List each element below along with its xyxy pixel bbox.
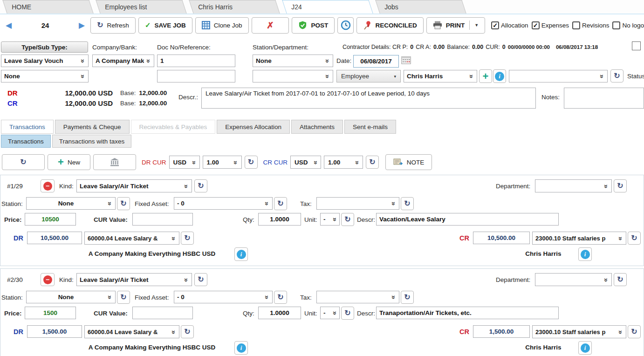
cur-value-input[interactable] (132, 213, 193, 226)
dr-cur-refresh-button[interactable]: ↻ (245, 156, 258, 169)
clone-job-button[interactable]: Clone Job (195, 17, 249, 34)
qty-input[interactable] (258, 307, 301, 319)
tax-select[interactable]: » (316, 197, 399, 210)
kind-select[interactable]: Leave Salary/Air Ticket » (76, 273, 192, 286)
tab-receivables-payables[interactable]: Recievables & Payables (131, 120, 216, 134)
cr-account-refresh-button[interactable]: ↻ (628, 325, 641, 338)
dr-amount-input[interactable] (27, 232, 82, 244)
chevron-down-icon[interactable]: » (597, 70, 607, 82)
tab-chris-harris[interactable]: Chris Harris (189, 0, 280, 14)
subtab-transactions[interactable]: Transactions (1, 135, 51, 148)
cur-value-input[interactable] (132, 307, 193, 319)
cr-account-select[interactable]: 23000.10 Staff salaries p » (532, 325, 626, 338)
chevron-down-icon[interactable]: » (190, 156, 199, 168)
chevron-down-icon[interactable]: » (78, 55, 88, 67)
chevron-down-icon[interactable]: » (262, 291, 272, 303)
department-select[interactable]: » (253, 70, 333, 82)
print-dropdown-icon[interactable]: ▼ (474, 23, 479, 27)
doc-no-input[interactable] (157, 55, 235, 67)
save-job-button[interactable]: ✓ SAVE JOB (138, 17, 192, 34)
company-select[interactable]: A Company Making » (92, 55, 154, 67)
kind-refresh-button[interactable]: ↻ (194, 179, 207, 192)
kind-select[interactable]: Leave Salary/Air Ticket » (76, 179, 192, 192)
chevron-down-icon[interactable]: » (105, 291, 115, 303)
tab-sent-emails[interactable]: Sent e-mails (344, 120, 396, 134)
dr-account-refresh-button[interactable]: ↻ (181, 325, 194, 338)
station-select[interactable]: None » (26, 197, 116, 210)
cr-cur-refresh-button[interactable]: ↻ (366, 156, 379, 169)
header-checkbox[interactable] (632, 41, 641, 50)
date-input[interactable] (353, 55, 399, 68)
reconciled-button[interactable]: RECONCILED (356, 17, 423, 34)
cr-rate-select[interactable]: 1.00 » (324, 156, 363, 169)
fixed-asset-refresh-button[interactable]: ↻ (274, 291, 287, 304)
unit-refresh-button[interactable]: ↻ (341, 213, 354, 226)
price-input[interactable] (25, 307, 76, 319)
chevron-down-icon[interactable]: » (323, 70, 333, 82)
checkbox-icon[interactable] (612, 21, 620, 29)
status-select[interactable]: » (509, 70, 608, 82)
post-button[interactable]: POST (292, 17, 335, 34)
chevron-down-icon[interactable]: » (312, 156, 321, 168)
unit-refresh-button[interactable]: ↻ (341, 307, 354, 320)
tax-select[interactable]: » (316, 291, 399, 303)
chevron-down-icon[interactable]: » (602, 180, 611, 192)
print-button[interactable]: PRINT ▼ (426, 17, 485, 34)
chevron-down-icon[interactable]: » (353, 156, 363, 168)
chevron-down-icon[interactable]: » (616, 326, 626, 338)
reference-input[interactable] (157, 70, 235, 82)
department-refresh-button[interactable]: ↻ (614, 179, 627, 192)
checkbox-expenses[interactable]: ✓ Expenses (532, 21, 569, 29)
refresh-button[interactable]: ↻ Refresh (90, 17, 136, 34)
chevron-down-icon[interactable]: » (331, 213, 339, 225)
notes-input[interactable] (564, 88, 644, 109)
tab-j24[interactable]: J24 (282, 0, 373, 14)
prev-record-icon[interactable]: ◀ (6, 21, 12, 30)
cr-party-info-button[interactable]: i (578, 341, 592, 355)
subtype-select[interactable]: None » (1, 70, 89, 82)
dr-account-select[interactable]: 60000.04 Leave Salary & » (84, 232, 179, 245)
schedule-button[interactable] (337, 17, 354, 34)
dr-rate-select[interactable]: 1.00 » (203, 156, 242, 169)
add-party-button[interactable]: + (479, 69, 492, 83)
tax-refresh-button[interactable]: ↻ (401, 197, 414, 210)
cr-account-refresh-button[interactable]: ↻ (628, 232, 641, 245)
checkbox-allocation[interactable]: ✓ Allocation (491, 21, 528, 29)
descr-input[interactable] (376, 307, 559, 319)
dr-currency-select[interactable]: USD » (169, 156, 200, 169)
subtab-transactions-with-taxes[interactable]: Transactions with taxes (52, 135, 132, 148)
chevron-down-icon[interactable]: » (602, 274, 611, 286)
type-select[interactable]: Leave Salary Vouch » (1, 55, 89, 67)
checkbox-icon[interactable]: ✓ (491, 21, 499, 29)
unit-select[interactable]: - » (320, 213, 340, 226)
tab-jobs[interactable]: Jobs (375, 0, 466, 14)
refresh-transactions-button[interactable]: ↻ (2, 154, 45, 170)
cr-currency-select[interactable]: USD » (290, 156, 321, 169)
delete-button[interactable]: ✗ (252, 17, 289, 34)
remove-row-button[interactable]: − (41, 179, 55, 192)
party-info-button[interactable]: i (493, 69, 506, 83)
chevron-down-icon[interactable]: » (389, 291, 399, 303)
chevron-down-icon[interactable]: » (169, 326, 179, 338)
party-name-select[interactable]: Chris Harris » (404, 70, 477, 82)
cr-amount-input[interactable] (473, 232, 530, 244)
chevron-down-icon[interactable]: » (262, 198, 272, 209)
fixed-asset-select[interactable]: - 0 » (174, 197, 273, 210)
tab-payments-cheque[interactable]: Payments & Cheque (55, 120, 130, 134)
description-input[interactable]: Leave Salary/Air Ticket from 2017-07-01 … (201, 88, 536, 109)
checkbox-icon[interactable]: ✓ (532, 21, 540, 29)
station-refresh-button[interactable]: ↻ (117, 197, 130, 210)
tab-transactions[interactable]: Transactions (1, 120, 54, 134)
fixed-asset-select[interactable]: - 0 » (174, 291, 273, 303)
dr-account-select[interactable]: 60000.04 Leave Salary & » (84, 325, 179, 338)
cr-account-select[interactable]: 23000.10 Staff salaries p » (532, 232, 626, 245)
chevron-down-icon[interactable]: » (105, 198, 115, 209)
tab-home[interactable]: HOME (2, 0, 93, 14)
chevron-down-icon[interactable]: » (323, 55, 333, 67)
chevron-down-icon[interactable]: » (467, 70, 477, 82)
cr-amount-input[interactable] (473, 325, 530, 338)
descr-input[interactable] (376, 213, 559, 226)
chevron-down-icon[interactable]: » (78, 70, 88, 82)
department-select[interactable]: » (535, 179, 612, 192)
chevron-down-icon[interactable]: » (331, 307, 339, 319)
